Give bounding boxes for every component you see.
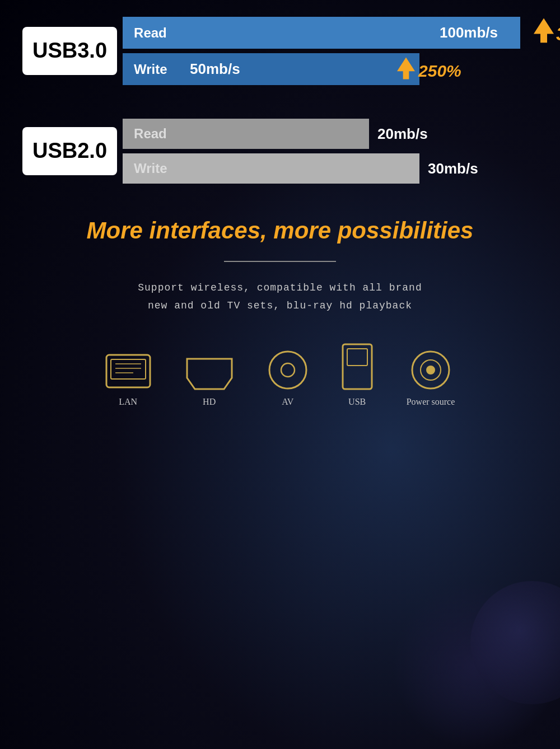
icon-item-lan: LAN xyxy=(105,354,151,407)
usb-label: USB xyxy=(348,397,366,407)
usb3-write-speed: 50mb/s xyxy=(190,60,240,78)
usb2-write-row: Write 30mb/s xyxy=(123,153,538,184)
usb-port-icon xyxy=(342,343,373,390)
icon-item-usb: USB xyxy=(342,343,373,407)
description-line1: Support wireless, compatible with all br… xyxy=(22,279,538,297)
usb3-write-bar: Write 50mb/s xyxy=(123,53,419,85)
svg-point-8 xyxy=(281,363,295,377)
description-line2: new and old TV sets, blu-ray hd playback xyxy=(22,297,538,315)
svg-rect-3 xyxy=(111,359,146,379)
usb3-bars: Read 100mb/s 300% Write 50mb/s xyxy=(123,17,538,85)
svg-point-13 xyxy=(426,366,435,374)
svg-marker-1 xyxy=(397,57,415,79)
hdmi-icon xyxy=(185,358,234,390)
divider xyxy=(224,261,336,262)
usb2-read-speed: 20mb/s xyxy=(377,125,428,143)
usb2-read-label: Read xyxy=(134,126,179,142)
usb2-write-label: Write xyxy=(134,161,179,176)
usb3-write-label: Write xyxy=(134,62,179,77)
power-source-icon xyxy=(410,350,451,390)
icon-item-hd: HD xyxy=(185,358,234,407)
icon-item-power: Power source xyxy=(407,350,455,407)
usb2-bars: Read 20mb/s Write 30mb/s xyxy=(123,119,538,184)
interfaces-title: More interfaces, more possibilities xyxy=(22,217,538,244)
interfaces-description: Support wireless, compatible with all br… xyxy=(22,279,538,315)
usb2-write-speed: 30mb/s xyxy=(428,160,478,177)
usb2-label: USB2.0 xyxy=(22,127,117,175)
usb3-write-row: Write 50mb/s 250% xyxy=(123,53,538,85)
usb2-read-bar: Read xyxy=(123,119,369,149)
svg-marker-0 xyxy=(534,18,554,43)
usb3-write-percent: 250% xyxy=(418,63,461,79)
usb3-label: USB3.0 xyxy=(22,27,117,75)
usb3-read-speed: 100mb/s xyxy=(440,24,498,41)
usb2-section: USB2.0 Read 20mb/s Write 30mb/s xyxy=(22,119,538,184)
usb2-read-row: Read 20mb/s xyxy=(123,119,538,149)
usb3-read-row: Read 100mb/s 300% xyxy=(123,17,538,49)
av-icon xyxy=(268,350,308,390)
svg-rect-10 xyxy=(347,349,367,366)
usb3-section: USB3.0 Read 100mb/s 300% Writ xyxy=(22,17,538,85)
svg-point-7 xyxy=(269,352,306,388)
icon-item-av: AV xyxy=(268,350,308,407)
usb2-write-bar: Write xyxy=(123,153,419,184)
interfaces-section: More interfaces, more possibilities Supp… xyxy=(22,217,538,315)
icons-row: LAN HD AV USB xyxy=(22,343,538,407)
read-arrow-icon xyxy=(534,18,554,43)
write-arrow-icon xyxy=(397,57,415,79)
usb3-read-label: Read xyxy=(134,25,179,41)
usb3-read-bar: Read 100mb/s xyxy=(123,17,520,49)
lan-label: LAN xyxy=(119,397,137,407)
usb3-read-percent: 300% xyxy=(556,24,560,43)
hd-label: HD xyxy=(203,397,216,407)
power-label: Power source xyxy=(407,397,455,407)
lan-icon xyxy=(105,354,151,390)
av-label: AV xyxy=(282,397,293,407)
